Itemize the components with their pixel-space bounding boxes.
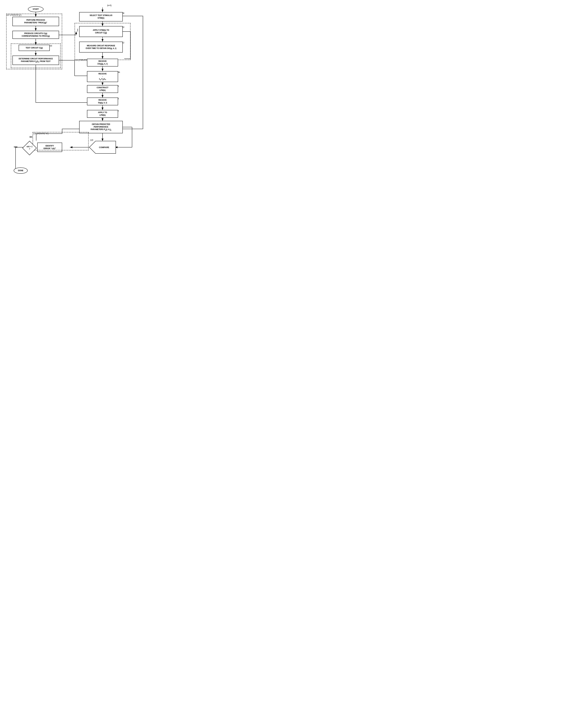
svg-text:COMPARE: COMPARE xyxy=(99,146,109,149)
no-label: NO xyxy=(29,136,32,138)
box116-text: RECEIVESig(g, k, t) xyxy=(98,99,107,104)
compare-shape: COMPARE xyxy=(88,140,117,155)
box-116: RECEIVESig(g, k, t) xyxy=(87,98,118,105)
start-node: START xyxy=(28,6,43,12)
svg-text:e(k) < ζ: e(k) < ζ xyxy=(26,146,33,148)
dashed-box-126 xyxy=(33,132,88,150)
done-node: DONE xyxy=(14,168,28,174)
box118-text: OBTAIN PREDICTEDPERFORMANCEPARAMETERS Pg… xyxy=(90,123,111,131)
yes-text: YES xyxy=(14,146,17,148)
diagram-container: START 101 PERTURB PROCESSPARAMETERS "PRO… xyxy=(3,3,149,183)
box108-text: SELECT TEST STIMULUSSTIM(k) xyxy=(90,14,112,19)
box117-text: APPLY TOLPM(k) xyxy=(98,111,107,116)
done-label: DONE xyxy=(18,170,23,172)
box-108: SELECT TEST STIMULUSSTIM(k) xyxy=(79,12,123,21)
decision-diamond: e(k) < ζ ? xyxy=(22,140,37,156)
dashed-box-107 xyxy=(6,14,62,69)
start-label: START xyxy=(33,8,39,10)
iterate-107-label: 107 (ITERATE"g") xyxy=(6,14,21,16)
yes-label: YES xyxy=(14,146,17,148)
box-114b: RECEIVE↓Σg Pg(i)A xyxy=(87,71,118,82)
dashed-box-113 xyxy=(75,23,130,60)
box-118: OBTAIN PREDICTEDPERFORMANCEPARAMETERS Pg… xyxy=(79,121,123,133)
box114b-text: RECEIVE↓Σg Pg(i)A xyxy=(99,72,107,81)
iterate107-text: (ITERATE"g") xyxy=(10,14,21,16)
box-117: APPLY TOLPM(k) xyxy=(87,110,118,118)
k0-label: (k=0) xyxy=(107,4,111,6)
no-text: NO xyxy=(29,136,32,138)
box115-text: CONSTRUCTLPM(k) xyxy=(97,86,108,92)
iterate-126-label: 126 (ITERATE "k") xyxy=(33,132,48,135)
svg-text:?: ? xyxy=(29,148,30,150)
iterate126-text: (ITERATE "k") xyxy=(37,132,48,135)
box-115: CONSTRUCTLPM(k) xyxy=(87,85,118,93)
box-114a: RECEIVEΣSig(g, k, t) xyxy=(87,59,118,66)
box114a-text: RECEIVEΣSig(g, k, t) xyxy=(98,60,107,65)
